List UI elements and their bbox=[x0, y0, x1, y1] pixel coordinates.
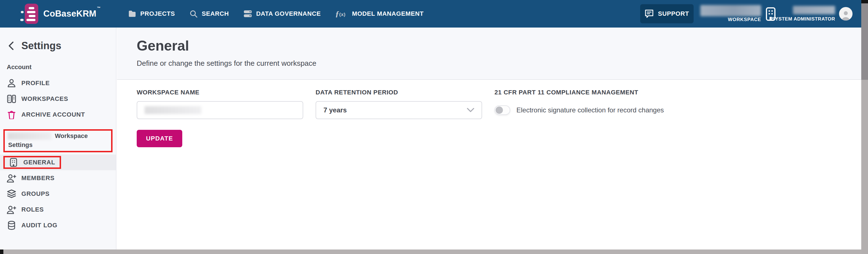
nav-label: PROJECTS bbox=[141, 10, 175, 17]
data-retention-field-group: DATA RETENTION PERIOD 7 years bbox=[316, 89, 482, 147]
avatar-icon bbox=[840, 9, 851, 21]
redacted-user-name bbox=[793, 6, 835, 14]
esignature-toggle[interactable] bbox=[494, 105, 510, 115]
building-icon bbox=[10, 158, 17, 167]
user-info: SYSTEM ADMINISTRATOR bbox=[772, 6, 835, 22]
workspace-label: WORKSPACE bbox=[700, 17, 761, 23]
sidebar-item-label: GENERAL bbox=[23, 159, 55, 166]
database-icon bbox=[8, 221, 16, 230]
workspace-name-input[interactable] bbox=[137, 101, 303, 119]
chat-icon bbox=[645, 9, 654, 18]
sidebar-item-groups[interactable]: GROUPS bbox=[0, 186, 116, 202]
sidebar-item-workspaces[interactable]: WORKSPACES bbox=[0, 91, 116, 107]
section-workspace-label-line2: Settings bbox=[8, 141, 33, 148]
app-window: CoBaseKRM™ PROJECTS SEARCH bbox=[0, 0, 868, 254]
avatar[interactable] bbox=[839, 7, 852, 21]
svg-text:(x): (x) bbox=[339, 12, 346, 17]
user-menu[interactable]: SYSTEM ADMINISTRATOR bbox=[772, 0, 852, 28]
sidebar-item-label: WORKSPACES bbox=[21, 95, 68, 103]
data-retention-value: 7 years bbox=[323, 106, 347, 114]
sidebar-title: Settings bbox=[21, 40, 61, 52]
compliance-field-group: 21 CFR PART 11 COMPLIANCE MANAGEMENT Ele… bbox=[494, 89, 664, 147]
buildings-icon bbox=[7, 95, 16, 103]
back-button[interactable] bbox=[8, 41, 14, 50]
sidebar-item-profile[interactable]: PROFILE bbox=[0, 75, 116, 91]
esignature-toggle-label: Electronic signature collection for reco… bbox=[517, 106, 664, 114]
sidebar-item-members[interactable]: MEMBERS bbox=[0, 170, 116, 186]
person-plus-icon bbox=[7, 205, 16, 214]
data-retention-label: DATA RETENTION PERIOD bbox=[316, 89, 482, 96]
page-title: General bbox=[137, 38, 861, 54]
sidebar-header: Settings bbox=[8, 40, 116, 52]
account-section-items: PROFILE WORKSPACES bbox=[0, 75, 116, 122]
nav-label: SEARCH bbox=[202, 10, 229, 17]
sidebar-item-general[interactable]: GENERAL bbox=[0, 154, 116, 170]
layers-icon bbox=[7, 189, 16, 198]
annotation-box-workspace-settings: Workspace Settings bbox=[3, 129, 113, 152]
nav-data-governance[interactable]: DATA GOVERNANCE bbox=[244, 10, 321, 17]
general-settings-panel: General Define or change the settings fo… bbox=[117, 28, 861, 250]
page-header: General Define or change the settings fo… bbox=[117, 28, 861, 80]
top-navbar: CoBaseKRM™ PROJECTS SEARCH bbox=[0, 0, 861, 28]
workspace-switcher[interactable]: WORKSPACE bbox=[700, 0, 778, 28]
main-nav: PROJECTS SEARCH DATA GOVERNANCE bbox=[128, 9, 424, 18]
compliance-toggle-row: Electronic signature collection for reco… bbox=[494, 101, 664, 119]
annotation-box-general: GENERAL bbox=[3, 156, 61, 169]
redacted-workspace-name bbox=[700, 5, 761, 16]
trademark: ™ bbox=[97, 6, 101, 10]
sidebar-item-label: ROLES bbox=[21, 206, 44, 213]
trash-icon bbox=[8, 110, 16, 119]
nav-label: MODEL MANAGEMENT bbox=[352, 10, 424, 17]
nav-search[interactable]: SEARCH bbox=[190, 10, 229, 18]
nav-label: DATA GOVERNANCE bbox=[256, 10, 321, 17]
toggle-knob-icon bbox=[496, 107, 503, 114]
page-subtitle: Define or change the settings for the cu… bbox=[137, 59, 861, 68]
chevron-down-icon bbox=[467, 108, 474, 112]
nav-model-management[interactable]: ƒ (x) MODEL MANAGEMENT bbox=[335, 9, 424, 18]
sidebar-item-label: ARCHIVE ACCOUNT bbox=[21, 111, 85, 118]
sidebar-item-audit-log[interactable]: AUDIT LOG bbox=[0, 217, 116, 233]
sidebar-item-label: PROFILE bbox=[21, 79, 50, 87]
sidebar-item-roles[interactable]: ROLES bbox=[0, 202, 116, 217]
scrollbar-corner bbox=[0, 250, 3, 254]
brand[interactable]: CoBaseKRM™ bbox=[20, 3, 100, 24]
sidebar-item-archive-account[interactable]: ARCHIVE ACCOUNT bbox=[0, 107, 116, 122]
search-icon bbox=[190, 10, 197, 18]
svg-text:ƒ: ƒ bbox=[335, 9, 340, 18]
person-plus-icon bbox=[7, 174, 16, 183]
folder-icon bbox=[128, 10, 136, 17]
section-account-label: Account bbox=[7, 64, 116, 71]
sidebar-item-label: GROUPS bbox=[21, 190, 50, 197]
settings-form: WORKSPACE NAME UPDATE DATA RETENTION PER… bbox=[117, 80, 861, 147]
compliance-label: 21 CFR PART 11 COMPLIANCE MANAGEMENT bbox=[494, 89, 664, 96]
nav-projects[interactable]: PROJECTS bbox=[128, 10, 175, 17]
settings-sidebar: Settings Account PROFILE bbox=[0, 28, 117, 250]
function-icon: ƒ (x) bbox=[335, 9, 348, 18]
data-retention-select[interactable]: 7 years bbox=[316, 101, 482, 119]
brand-name: CoBaseKRM™ bbox=[43, 9, 100, 19]
scrollbar-corner bbox=[861, 0, 868, 3]
chevron-left-icon bbox=[8, 41, 14, 50]
workspace-section-items: GENERAL MEMBERS bbox=[0, 154, 116, 233]
vertical-scrollbar-thumb[interactable] bbox=[861, 3, 868, 80]
server-icon bbox=[244, 10, 252, 17]
user-role-label: SYSTEM ADMINISTRATOR bbox=[772, 16, 835, 22]
sidebar-item-label: AUDIT LOG bbox=[21, 222, 57, 229]
vertical-scrollbar[interactable] bbox=[861, 0, 868, 254]
support-label: SUPPORT bbox=[658, 10, 689, 17]
cobasekrm-logo-icon bbox=[20, 3, 39, 24]
redacted-workspace-prefix bbox=[8, 132, 52, 140]
horizontal-scrollbar[interactable] bbox=[0, 250, 861, 254]
sidebar-item-label: MEMBERS bbox=[21, 175, 55, 182]
workspace-name-field-group: WORKSPACE NAME UPDATE bbox=[137, 89, 303, 147]
section-workspace-label-line1: Workspace bbox=[55, 132, 88, 140]
redacted-workspace-name-value bbox=[145, 106, 202, 114]
update-button[interactable]: UPDATE bbox=[137, 130, 182, 147]
person-icon bbox=[7, 79, 16, 88]
workspace-name-label: WORKSPACE NAME bbox=[137, 89, 303, 96]
support-button[interactable]: SUPPORT bbox=[640, 4, 693, 23]
